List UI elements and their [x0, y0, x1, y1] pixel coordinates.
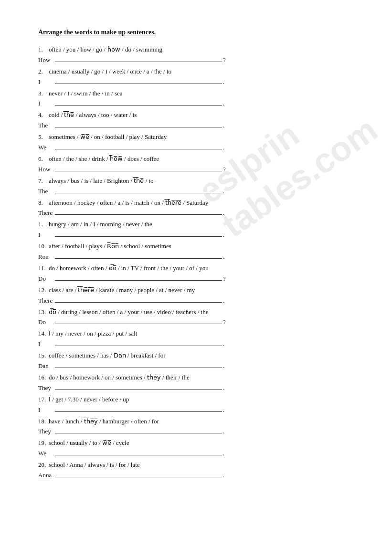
- answer-starter: Dan: [38, 362, 55, 370]
- exercise-block: 15.coffee / sometimes / has / D̅a̅n̅ / b…: [38, 351, 359, 370]
- answer-starter: Anna: [38, 472, 55, 479]
- exercise-words-line: 1.hungry / am / in / I / morning / never…: [38, 220, 359, 230]
- exercise-words-line: 12.class / are / t̅h̅e̅r̅e̅ / karate / m…: [38, 285, 359, 295]
- exercise-words: never / I / swim / the / in / sea: [49, 89, 359, 99]
- answer-starter: Do: [38, 275, 55, 283]
- answer-line: Anna.: [38, 471, 359, 479]
- answer-line: Do?: [38, 274, 359, 283]
- answer-end: .: [223, 78, 224, 86]
- exercise-words: always / bus / is / late / Brighton / t̅…: [49, 176, 359, 186]
- answer-end: .: [223, 209, 224, 217]
- answer-starter: There: [38, 209, 55, 217]
- exercise-block: 8.afternoon / hockey / often / a / is / …: [38, 198, 359, 217]
- answer-blank[interactable]: [55, 339, 222, 346]
- exercise-number: 8.: [38, 198, 49, 208]
- answer-line: There.: [38, 296, 359, 305]
- exercise-words: school / Anna / always / is / for / late: [49, 460, 359, 470]
- exercise-number: 4.: [38, 110, 49, 120]
- exercise-number: 20.: [38, 460, 49, 470]
- answer-end: .: [223, 340, 224, 348]
- exercise-words: after / football / plays / R̅o̅n̅ / scho…: [49, 242, 359, 252]
- answer-blank[interactable]: [55, 383, 222, 390]
- exercise-block: 6.often / the / she / drink / h̅o̅w̅ / d…: [38, 154, 359, 173]
- exercise-number: 17.: [38, 395, 49, 405]
- answer-line: How?: [38, 165, 359, 173]
- exercise-number: 18.: [38, 417, 49, 427]
- answer-line: I.: [38, 99, 359, 107]
- exercise-number: 14.: [38, 329, 49, 339]
- answer-line: There.: [38, 208, 359, 217]
- answer-blank[interactable]: [55, 274, 222, 281]
- exercise-block: 14.I̅ / my / never / on / pizza / put / …: [38, 329, 359, 348]
- answer-blank[interactable]: [55, 187, 222, 193]
- page-title: Arrange the words to make up sentences.: [38, 29, 359, 36]
- exercise-words-line: 4.cold / t̅h̅e̅ / always / too / water /…: [38, 110, 359, 120]
- answer-blank[interactable]: [55, 99, 222, 105]
- answer-end: ?: [223, 166, 226, 173]
- answer-blank[interactable]: [55, 405, 222, 412]
- answer-line: I.: [38, 405, 359, 414]
- exercise-block: 10.after / football / plays / R̅o̅n̅ / s…: [38, 242, 359, 261]
- exercise-number: 2.: [38, 67, 49, 77]
- answer-blank[interactable]: [55, 208, 222, 215]
- exercise-block: 4.cold / t̅h̅e̅ / always / too / water /…: [38, 110, 359, 129]
- answer-end: .: [223, 428, 224, 435]
- exercise-words-line: 17.I̅ / get / 7.30 / never / before / up: [38, 395, 359, 405]
- answer-starter: I: [38, 100, 55, 107]
- exercise-words-line: 8.afternoon / hockey / often / a / is / …: [38, 198, 359, 208]
- answer-blank[interactable]: [55, 296, 222, 303]
- answer-end: .: [223, 297, 224, 305]
- answer-starter: The: [38, 122, 55, 129]
- answer-starter: How: [38, 56, 55, 64]
- answer-starter: We: [38, 144, 55, 151]
- exercises-container: 1.often / you / how / go / ̅h̅o̅w̅ / do …: [38, 45, 359, 479]
- answer-line: I.: [38, 339, 359, 348]
- answer-line: I.: [38, 77, 359, 86]
- exercise-words-line: 19.school / usually / to / w̅e̅ / cycle: [38, 438, 359, 448]
- exercise-words: school / usually / to / w̅e̅ / cycle: [49, 438, 359, 448]
- answer-starter: They: [38, 428, 55, 435]
- answer-end: .: [223, 450, 224, 457]
- answer-blank[interactable]: [55, 361, 222, 368]
- exercise-number: 12.: [38, 285, 49, 295]
- answer-blank[interactable]: [55, 427, 222, 433]
- answer-blank[interactable]: [55, 77, 222, 84]
- exercise-block: 16.do / bus / homework / on / sometimes …: [38, 373, 359, 392]
- exercise-block: 19.school / usually / to / w̅e̅ / cycleW…: [38, 438, 359, 457]
- exercise-block: 12.class / are / t̅h̅e̅r̅e̅ / karate / m…: [38, 285, 359, 305]
- exercise-words: sometimes / w̅e̅ / on / football / play …: [49, 132, 359, 142]
- answer-line: Dan.: [38, 361, 359, 370]
- exercise-number: 11.: [38, 263, 49, 274]
- answer-blank[interactable]: [55, 449, 222, 455]
- answer-starter: There: [38, 297, 55, 305]
- answer-blank[interactable]: [55, 121, 222, 127]
- answer-blank[interactable]: [55, 317, 222, 324]
- answer-end: .: [223, 362, 224, 370]
- answer-blank[interactable]: [55, 252, 222, 259]
- answer-starter: I: [38, 340, 55, 348]
- answer-blank[interactable]: [55, 143, 222, 149]
- answer-starter: They: [38, 384, 55, 392]
- answer-line: They.: [38, 383, 359, 392]
- exercise-words-line: 15.coffee / sometimes / has / D̅a̅n̅ / b…: [38, 351, 359, 361]
- answer-line: How?: [38, 55, 359, 64]
- answer-end: .: [223, 144, 224, 151]
- exercise-number: 15.: [38, 351, 49, 361]
- answer-end: .: [223, 188, 224, 195]
- answer-line: They.: [38, 427, 359, 435]
- exercise-number: 10.: [38, 242, 49, 252]
- answer-blank[interactable]: [55, 55, 222, 62]
- exercise-number: 3.: [38, 89, 49, 99]
- answer-starter: Ron: [38, 253, 55, 261]
- exercise-words-line: 18.have / lunch / t̅h̅e̅y̅ / hamburger /…: [38, 417, 359, 427]
- exercise-number: 1.: [38, 45, 49, 55]
- answer-end: ?: [223, 318, 226, 326]
- answer-blank[interactable]: [55, 230, 222, 237]
- answer-end: .: [223, 253, 224, 261]
- exercise-words-line: 16.do / bus / homework / on / sometimes …: [38, 373, 359, 383]
- answer-end: .: [223, 384, 224, 392]
- answer-starter: We: [38, 450, 55, 457]
- answer-blank[interactable]: [55, 471, 222, 477]
- answer-line: We.: [38, 143, 359, 151]
- answer-blank[interactable]: [55, 165, 222, 171]
